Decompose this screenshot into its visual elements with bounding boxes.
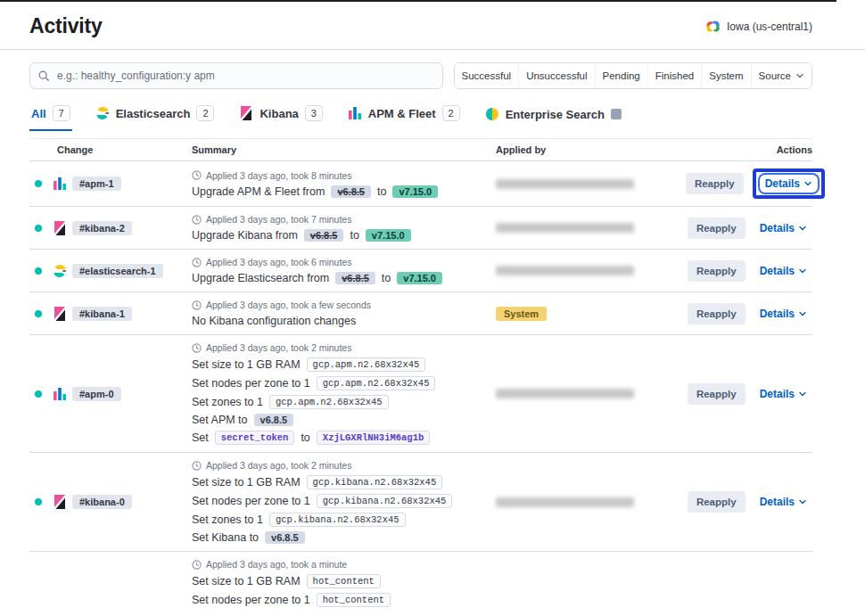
change-cell: #apm-1 (29, 177, 192, 191)
code-chip: gcp.apm.n2.68x32x45 (317, 376, 436, 390)
summary-line: Set zones to 1gcp.kibana.n2.68x32x45 (192, 513, 496, 527)
tab-count-placeholder (611, 109, 622, 119)
tab-count-badge: 2 (196, 105, 214, 121)
details-button[interactable]: Details (754, 385, 812, 403)
summary-line: Set size to 1 GB RAMhot_content (192, 574, 496, 588)
summary-lines: Upgrade Elasticsearch fromv6.8.5tov7.15.… (192, 272, 496, 284)
tabs: All7Elasticsearch2Kibana3APM & Fleet2Ent… (29, 100, 812, 131)
tab-label: APM & Fleet (368, 107, 436, 120)
details-label: Details (760, 222, 795, 234)
column-header-change: Change (29, 144, 192, 155)
tab-count-badge: 3 (305, 105, 323, 121)
version-badge-old: v6.8.5 (335, 272, 375, 284)
summary-text: Set zones to 1 (192, 396, 263, 408)
tab-elasticsearch[interactable]: Elasticsearch2 (94, 100, 217, 131)
filter-label: Source (759, 70, 791, 81)
clock-icon (192, 461, 202, 471)
clock-icon (192, 215, 202, 225)
filter-system[interactable]: System (701, 63, 750, 88)
summary-meta: Applied 3 days ago, took a minute (192, 559, 496, 570)
status-dot (35, 390, 42, 398)
change-id-badge: #elasticsearch-1 (72, 264, 163, 278)
table-body: #apm-1 Applied 3 days ago, took 8 minute… (29, 161, 812, 614)
tab-enterprise-search[interactable]: Enterprise Search (483, 102, 623, 131)
region-indicator: Iowa (us-central1) (705, 20, 812, 33)
summary-line: Set nodes per zone to 1hot_content (192, 593, 496, 607)
summary-line: Upgrade Elasticsearch fromv6.8.5tov7.15.… (192, 272, 496, 284)
details-label: Details (765, 177, 800, 190)
details-label: Details (760, 308, 795, 320)
filter-unsuccessful[interactable]: Unsuccessful (518, 63, 594, 88)
clock-icon (192, 170, 202, 180)
summary-meta-text: Applied 3 days ago, took 7 minutes (206, 214, 351, 225)
summary-line: Set Kibana tov6.8.5 (192, 531, 496, 544)
details-button[interactable]: Details (754, 305, 812, 323)
chevron-down-icon (798, 390, 807, 398)
kibana-icon (239, 106, 253, 120)
summary-text: to (350, 229, 358, 242)
chevron-down-icon (803, 179, 812, 188)
search-input[interactable] (29, 62, 443, 89)
activity-table: Change Summary Applied by Actions #apm-1… (29, 138, 812, 614)
tab-apm-fleet[interactable]: APM & Fleet2 (346, 100, 462, 131)
reapply-button[interactable]: Reapply (688, 303, 746, 324)
details-button[interactable]: Details (754, 493, 812, 511)
details-button[interactable]: Details (754, 262, 812, 280)
version-badge-new: v7.15.0 (397, 272, 442, 284)
reapply-button[interactable]: Reapply (688, 260, 746, 282)
tab-kibana[interactable]: Kibana3 (237, 100, 324, 131)
reapply-button[interactable]: Reapply (688, 491, 746, 513)
page-header: Activity Iowa (us-central1) (0, 0, 865, 50)
system-badge: System (496, 307, 547, 321)
code-chip: hot_content (307, 574, 381, 588)
reapply-button[interactable]: Reapply (688, 383, 746, 405)
code-chip: gcp.kibana.n2.68x32x45 (317, 494, 453, 508)
version-badge-new: v7.15.0 (366, 229, 411, 242)
tab-label: Kibana (260, 107, 298, 120)
summary-meta: Applied 3 days ago, took 2 minutes (192, 460, 496, 471)
details-wrap: Details (754, 219, 812, 237)
filter-source[interactable]: Source (751, 63, 811, 88)
tab-all[interactable]: All7 (29, 100, 72, 131)
search-icon (37, 70, 50, 82)
tab-count-badge: 7 (53, 105, 70, 121)
filter-pending[interactable]: Pending (595, 63, 647, 88)
summary-cell: Applied 3 days ago, took 7 minutes Upgra… (192, 214, 496, 242)
kibana-icon (53, 307, 67, 321)
reapply-button[interactable]: Reapply (688, 218, 746, 239)
summary-cell: Applied 3 days ago, took 6 minutes Upgra… (192, 257, 496, 284)
tab-label: Elasticsearch (116, 107, 191, 120)
details-wrap: Details (754, 305, 812, 323)
summary-line: Setsecret_tokentoXzjLGXRlNH3iM6ag1b (192, 431, 496, 445)
filter-successful[interactable]: Successful (455, 63, 519, 88)
summary-line: Set nodes per zone to 1gcp.kibana.n2.68x… (192, 494, 496, 508)
table-header: Change Summary Applied by Actions (29, 138, 812, 161)
summary-text: Set nodes per zone to 1 (192, 594, 310, 606)
redacted-user-email (496, 223, 634, 233)
chevron-down-icon (798, 267, 807, 275)
summary-text: Set zones to 1 (192, 513, 263, 526)
version-badge-new: v7.15.0 (392, 185, 438, 198)
apm-icon (53, 387, 67, 401)
summary-cell: Applied 3 days ago, took 2 minutes Set s… (192, 342, 496, 445)
summary-text: Set nodes per zone to 1 (192, 495, 310, 507)
elasticsearch-icon (95, 106, 110, 120)
details-button[interactable]: Details (760, 175, 818, 193)
applied-by-cell (496, 389, 679, 398)
summary-meta: Applied 3 days ago, took 6 minutes (192, 257, 496, 267)
details-button[interactable]: Details (754, 219, 812, 237)
summary-text: Set Kibana to (192, 531, 259, 544)
applied-by-cell (496, 497, 679, 507)
code-chip: gcp.apm.n2.68x32x45 (269, 395, 389, 409)
summary-text: Set nodes per zone to 1 (192, 377, 310, 390)
filter-finished[interactable]: Finished (647, 63, 701, 88)
applied-by-cell (496, 179, 679, 189)
change-id-badge: #apm-1 (72, 177, 121, 191)
applied-by-cell (496, 266, 679, 275)
reapply-button[interactable]: Reapply (686, 173, 744, 194)
clock-icon (192, 343, 202, 353)
kibana-icon (53, 495, 67, 509)
summary-line: Upgrade Kibana fromv6.8.5tov7.15.0 (192, 229, 496, 242)
summary-cell: Applied 3 days ago, took 2 minutes Set s… (192, 460, 496, 544)
toolbar: SuccessfulUnsuccessfulPendingFinishedSys… (29, 62, 812, 89)
